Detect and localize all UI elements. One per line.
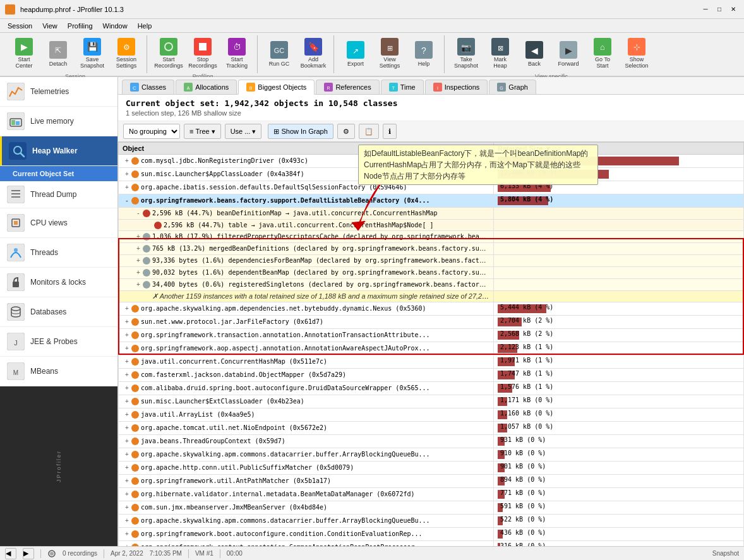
add-bookmark-button[interactable]: 🔖 AddBookmark	[297, 35, 330, 72]
start-recordings-button[interactable]: StartRecordings	[152, 35, 185, 72]
sidebar-item-jee-probes[interactable]: J JEE & Probes	[0, 327, 117, 357]
tab-time[interactable]: T Time	[381, 80, 424, 94]
table-row[interactable]: +org.springframework.transaction.annotat…	[119, 329, 744, 342]
expand-icon[interactable]: +	[123, 490, 131, 499]
table-row[interactable]: +com.alibaba.druid.spring.boot.autoconfi…	[119, 382, 744, 395]
tab-biggest-objects[interactable]: B Biggest Objects	[238, 80, 315, 95]
session-settings-button[interactable]: ⚙ SessionSettings	[110, 35, 143, 72]
tab-classes[interactable]: C Classes	[122, 80, 174, 94]
tab-graph[interactable]: G Graph	[489, 80, 536, 94]
view-settings-button[interactable]: ⊞ ViewSettings	[373, 35, 406, 72]
table-row[interactable]: +org.apache.http.conn.util.PublicSuffixM…	[119, 462, 744, 475]
expand-icon[interactable]: -	[123, 196, 131, 205]
sidebar-item-thread-dump[interactable]: Thread Dump	[0, 181, 117, 208]
forward-button[interactable]: ▶ Forward	[552, 35, 585, 72]
table-row[interactable]: +90,032 bytes (1.6%) dependentBeanMap (d…	[119, 267, 744, 279]
table-row[interactable]: +1,036 kB (17.9%) filteredPropertyDescri…	[119, 231, 744, 243]
expand-icon[interactable]: +	[123, 157, 131, 165]
maximize-button[interactable]: □	[714, 4, 725, 15]
export-btn[interactable]: 📋	[359, 124, 379, 139]
sidebar-item-databases[interactable]: Databases	[0, 297, 117, 327]
table-row[interactable]: +java.util.ArrayList (0x4aa9e5) 1,160 kB…	[119, 408, 744, 422]
tab-allocations[interactable]: A Allocations	[176, 80, 237, 94]
expand-icon[interactable]: +	[123, 530, 131, 539]
table-row[interactable]: +org.springframework.aop.aspectj.annotat…	[119, 342, 744, 355]
table-row[interactable]: +com.fasterxml.jackson.databind.ObjectMa…	[119, 369, 744, 382]
table-row[interactable]: +java.util.concurrent.ConcurrentHashMap …	[119, 355, 744, 369]
close-button[interactable]: ✕	[728, 4, 739, 15]
window-controls[interactable]: ─ □ ✕	[700, 4, 739, 15]
run-gc-button[interactable]: GC Run GC	[263, 35, 296, 72]
table-row[interactable]: -org.springframework.beans.factory.suppo…	[119, 194, 744, 208]
sidebar-item-monitors-locks[interactable]: Monitors & locks	[0, 268, 117, 297]
expand-icon[interactable]: -	[134, 209, 143, 218]
table-row[interactable]: +org.springframework.util.AntPathMatcher…	[119, 475, 744, 488]
start-center-button[interactable]: ▶ StartCenter	[8, 35, 40, 72]
table-row[interactable]: +sun.net.www.protocol.jar.JarFileFactory…	[119, 316, 744, 329]
table-row[interactable]: 2,596 kB (44.7%) table → java.util.concu…	[119, 220, 744, 231]
expand-icon[interactable]: +	[123, 183, 131, 192]
grouping-select[interactable]: No grouping	[123, 124, 180, 139]
tree-view-button[interactable]: ≡ Tree ▾	[184, 124, 221, 139]
expand-icon[interactable]: +	[123, 477, 131, 486]
expand-icon[interactable]: +	[123, 397, 131, 406]
export-button[interactable]: ↗ Export	[339, 35, 372, 72]
expand-icon[interactable]: +	[123, 543, 131, 546]
sidebar-item-telemetries[interactable]: Telemetries	[0, 77, 117, 107]
detach-button[interactable]: ⇱ Detach	[42, 35, 75, 72]
menu-session[interactable]: Session	[3, 21, 37, 31]
expand-icon[interactable]: +	[123, 304, 131, 313]
info-btn[interactable]: ℹ	[383, 124, 397, 139]
table-row[interactable]: +sun.misc.Launcher$ExtClassLoader (0x4b2…	[119, 395, 744, 408]
table-row[interactable]: +java.beans.ThreadGroupContext (0x59d7) …	[119, 435, 744, 448]
expand-icon[interactable]: +	[123, 170, 131, 179]
sidebar-item-mbeans[interactable]: M MBeans	[0, 357, 117, 386]
nav-right-button[interactable]: ▶	[23, 548, 34, 559]
table-row[interactable]: -2,596 kB (44.7%) beanDefinitionMap → ja…	[119, 208, 744, 220]
expand-icon[interactable]: +	[134, 244, 143, 253]
stop-recordings-button[interactable]: StopRecordings	[186, 35, 219, 72]
expand-icon[interactable]: +	[123, 371, 131, 379]
expand-icon[interactable]: +	[134, 280, 143, 289]
menu-view[interactable]: View	[37, 21, 63, 31]
use-button[interactable]: Use ... ▾	[225, 124, 262, 139]
tab-references[interactable]: R References	[316, 80, 379, 94]
show-in-graph-button[interactable]: ⊞ Show In Graph	[268, 124, 333, 139]
minimize-button[interactable]: ─	[700, 4, 711, 15]
table-row[interactable]: +org.hibernate.validator.internal.metada…	[119, 488, 744, 501]
table-row[interactable]: +com.sun.jmx.mbeanserver.JmxMBeanServer …	[119, 501, 744, 515]
sidebar-item-threads[interactable]: Threads	[0, 238, 117, 268]
show-selection-button[interactable]: ⊹ ShowSelection	[620, 35, 653, 72]
expand-icon[interactable]: +	[123, 424, 131, 432]
settings-btn[interactable]: ⚙	[337, 124, 355, 139]
expand-icon[interactable]: +	[134, 268, 143, 277]
expand-icon[interactable]: +	[123, 357, 131, 366]
table-row[interactable]: +org.apache.skywalking.apm.commons.datac…	[119, 515, 744, 528]
table-row[interactable]: +34,400 bytes (0.6%) registeredSingleton…	[119, 279, 744, 291]
expand-icon[interactable]: +	[123, 384, 131, 393]
back-button[interactable]: ◀ Back	[518, 35, 551, 72]
menu-help[interactable]: Help	[133, 21, 157, 31]
expand-icon[interactable]: +	[123, 344, 131, 353]
menu-window[interactable]: Window	[98, 21, 133, 31]
expand-icon[interactable]: +	[123, 450, 131, 459]
expand-icon[interactable]: +	[123, 503, 131, 512]
go-to-start-button[interactable]: ⌂ Go ToStart	[586, 35, 619, 72]
expand-icon[interactable]: +	[134, 232, 143, 241]
expand-icon[interactable]: +	[123, 318, 131, 326]
table-row[interactable]: +org.apache.tomcat.util.net.NioEndpoint …	[119, 422, 744, 435]
tab-inspections[interactable]: I Inspections	[425, 80, 488, 94]
mark-heap-button[interactable]: ⊠ MarkHeap	[484, 35, 517, 72]
nav-left-button[interactable]: ◀	[5, 548, 16, 559]
expand-icon[interactable]: +	[123, 410, 131, 419]
expand-icon[interactable]: +	[134, 256, 143, 265]
sidebar-item-live-memory[interactable]: Live memory	[0, 107, 117, 136]
table-row[interactable]: +765 kB (13.2%) mergedBeanDefinitions (d…	[119, 243, 744, 255]
sidebar-item-heap-walker[interactable]: Heap Walker	[0, 136, 117, 166]
save-snapshot-button[interactable]: 💾 SaveSnapshot	[76, 35, 109, 72]
sidebar-item-cpu-views[interactable]: CPU views	[0, 208, 117, 238]
expand-icon[interactable]: +	[123, 331, 131, 340]
sidebar-item-current-object-set[interactable]: Current Object Set	[0, 166, 117, 181]
table-row[interactable]: +93,336 bytes (1.6%) dependenciesForBean…	[119, 255, 744, 267]
help-button[interactable]: ? Help	[407, 35, 440, 72]
